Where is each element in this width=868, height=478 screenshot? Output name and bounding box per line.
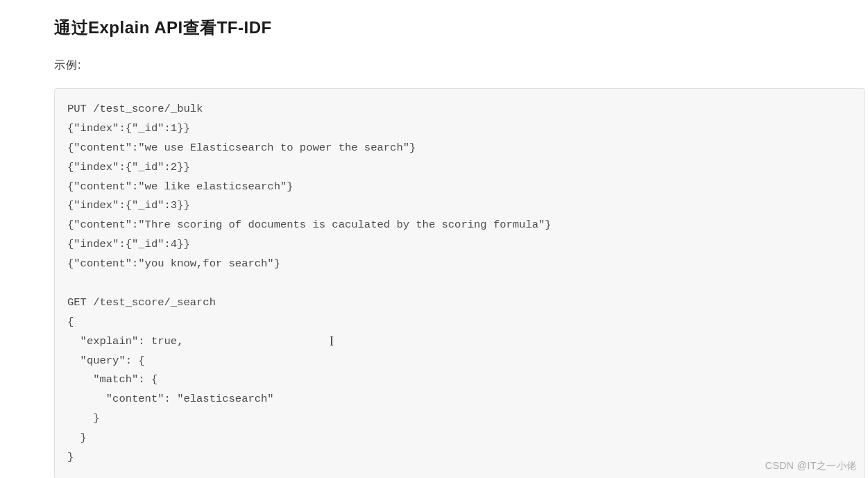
watermark-text: CSDN @IT之一小佬 bbox=[765, 460, 857, 472]
text-cursor-icon: I bbox=[330, 334, 334, 349]
example-label: 示例: bbox=[54, 58, 868, 73]
section-heading: 通过Explain API查看TF-IDF bbox=[54, 17, 868, 39]
code-block: PUT /test_score/_bulk {"index":{"_id":1}… bbox=[54, 88, 865, 478]
document-content: 通过Explain API查看TF-IDF 示例: PUT /test_scor… bbox=[0, 0, 868, 478]
